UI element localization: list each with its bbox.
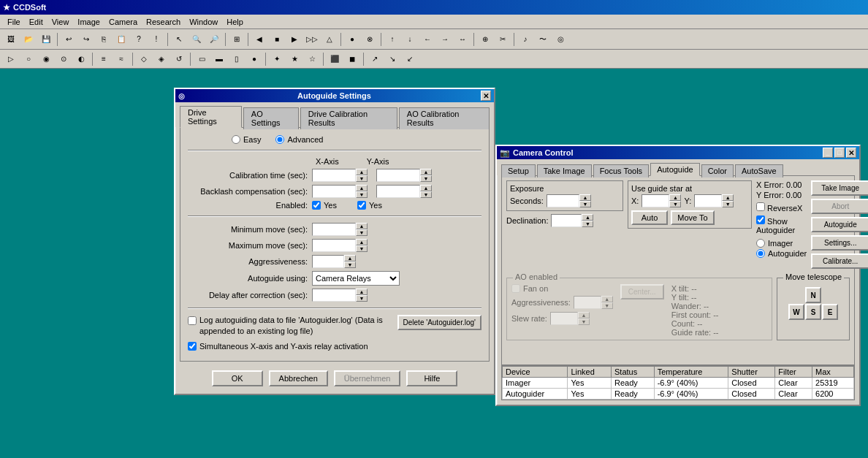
autoguider-radio[interactable] (756, 249, 765, 258)
tb-grid[interactable]: ⊞ (229, 31, 245, 47)
tb2-16[interactable]: ★ (286, 51, 302, 67)
seconds-up[interactable]: ▲ (579, 194, 591, 201)
tb-undo[interactable]: ↩ (61, 31, 77, 47)
tb2-1[interactable]: ▷ (3, 51, 19, 67)
backlash-x-input[interactable]: 0.000 (312, 185, 356, 198)
menu-camera[interactable]: Camera (104, 16, 142, 28)
camera-close-btn[interactable]: ✕ (846, 148, 856, 158)
tb-cursor[interactable]: ↖ (171, 31, 187, 47)
cal-time-x-up[interactable]: ▲ (356, 169, 368, 175)
aggressiveness-input[interactable]: 6 (312, 255, 344, 268)
tb-copy[interactable]: ⎘ (96, 31, 112, 47)
tb2-10[interactable]: ↺ (171, 51, 187, 67)
tab-focus-tools[interactable]: Focus Tools (593, 164, 650, 178)
tb2-18[interactable]: ⬛ (327, 51, 343, 67)
delay-input[interactable]: 5.000 (312, 289, 356, 302)
ok-btn[interactable]: OK (212, 370, 263, 386)
tab-autosave[interactable]: AutoSave (735, 164, 783, 178)
backlash-y-dn[interactable]: ▼ (420, 191, 432, 198)
tb-redo[interactable]: ↪ (78, 31, 94, 47)
dir-w-btn[interactable]: W (788, 304, 804, 320)
declination-up[interactable]: ▲ (582, 214, 593, 221)
enabled-y-check[interactable] (357, 201, 366, 210)
camera-min-btn[interactable]: _ (823, 148, 833, 158)
tb-new[interactable]: 🖼 (3, 31, 19, 47)
y-input[interactable]: 310 (694, 194, 722, 207)
backlash-x-dn[interactable]: ▼ (356, 191, 368, 198)
dir-e-btn[interactable]: E (822, 304, 838, 320)
menu-window[interactable]: Window (185, 16, 222, 28)
backlash-x-up[interactable]: ▲ (356, 185, 368, 191)
backlash-y-up[interactable]: ▲ (420, 185, 432, 191)
aggressiveness-up[interactable]: ▲ (344, 255, 356, 262)
tb2-22[interactable]: ↙ (402, 51, 418, 67)
y-dn[interactable]: ▼ (722, 201, 734, 207)
autoguide-using-select[interactable]: Camera Relays (312, 271, 400, 286)
tb-left[interactable]: ← (419, 31, 435, 47)
settings-btn[interactable]: Settings... (811, 235, 868, 251)
aggressiveness-dn[interactable]: ▼ (344, 262, 356, 268)
tb-cross[interactable]: ⊕ (477, 31, 493, 47)
seconds-dn[interactable]: ▼ (579, 201, 591, 207)
tb2-3[interactable]: ◉ (38, 51, 54, 67)
tb2-11[interactable]: ▭ (194, 51, 210, 67)
tb-open[interactable]: 📂 (20, 31, 37, 47)
tb-rec2[interactable]: ⊗ (362, 31, 378, 47)
tb-forward[interactable]: ▷▷ (304, 31, 320, 47)
tb-save[interactable]: 💾 (38, 31, 54, 47)
tb-planet[interactable]: ◎ (552, 31, 568, 47)
backlash-y-input[interactable]: 0.000 (376, 185, 420, 198)
x-input[interactable]: 76 (642, 194, 669, 207)
mode-easy-radio[interactable] (232, 135, 240, 144)
cal-time-y-input[interactable]: 13.00 (376, 169, 420, 182)
max-move-up[interactable]: ▲ (356, 239, 368, 245)
cancel-btn[interactable]: Abbrechen (269, 370, 328, 386)
tab-ao-settings[interactable]: AO Settings (243, 107, 299, 129)
auto-btn[interactable]: Auto (631, 210, 668, 225)
delay-dn[interactable]: ▼ (356, 295, 368, 302)
tb-down[interactable]: ↓ (402, 31, 418, 47)
max-move-input[interactable]: 0.500 (312, 239, 356, 252)
tb2-20[interactable]: ↗ (367, 51, 383, 67)
tb2-21[interactable]: ↘ (384, 51, 400, 67)
tb2-15[interactable]: ✦ (269, 51, 285, 67)
tb-up[interactable]: ↑ (384, 31, 400, 47)
tb-rec1[interactable]: ● (344, 31, 360, 47)
tab-drive-cal-results[interactable]: Drive Calibration Results (300, 107, 397, 129)
camera-max-btn[interactable]: □ (834, 148, 845, 158)
imager-radio[interactable] (756, 239, 765, 248)
tb2-19[interactable]: ◼ (344, 51, 360, 67)
dir-s-btn[interactable]: S (805, 304, 821, 320)
min-move-input[interactable]: 0.010 (312, 223, 356, 236)
tb-prev[interactable]: ◀ (251, 31, 267, 47)
tb-help[interactable]: ? (131, 31, 147, 47)
cal-time-x-input[interactable]: 13.00 (312, 169, 356, 182)
tb-next[interactable]: ▶ (286, 31, 302, 47)
enabled-x-check[interactable] (312, 201, 321, 210)
tb2-7[interactable]: ≈ (113, 51, 129, 67)
cal-time-y-dn[interactable]: ▼ (420, 175, 432, 182)
tb2-5[interactable]: ◐ (73, 51, 89, 67)
tb-paste[interactable]: 📋 (113, 31, 129, 47)
tab-autoguide[interactable]: Autoguide (650, 163, 700, 176)
menu-image[interactable]: Image (73, 16, 104, 28)
tb2-14[interactable]: ● (246, 51, 262, 67)
declination-dn[interactable]: ▼ (582, 221, 593, 227)
tb-vol[interactable]: ♪ (517, 31, 533, 47)
min-move-dn[interactable]: ▼ (356, 229, 368, 236)
menu-edit[interactable]: Edit (25, 16, 47, 28)
tab-ao-cal-results[interactable]: AO Calibration Results (399, 107, 490, 129)
tb-right[interactable]: → (437, 31, 453, 47)
tb-zoom-in[interactable]: 🔍 (189, 31, 205, 47)
help-btn[interactable]: Hilfe (406, 370, 457, 386)
menu-help[interactable]: Help (222, 16, 248, 28)
mode-advanced-radio[interactable] (275, 135, 284, 144)
tab-drive-settings[interactable]: Drive Settings (180, 106, 242, 128)
calibrate-btn[interactable]: Calibrate... (811, 253, 868, 269)
autoguide-btn[interactable]: Autoguide (811, 217, 868, 232)
seconds-input[interactable]: 4.500 (547, 194, 579, 207)
abort-btn[interactable]: Abort (811, 199, 868, 214)
menu-research[interactable]: Research (142, 16, 185, 28)
declination-input[interactable]: 65.00 (551, 214, 582, 227)
tb-about[interactable]: ! (148, 31, 164, 47)
